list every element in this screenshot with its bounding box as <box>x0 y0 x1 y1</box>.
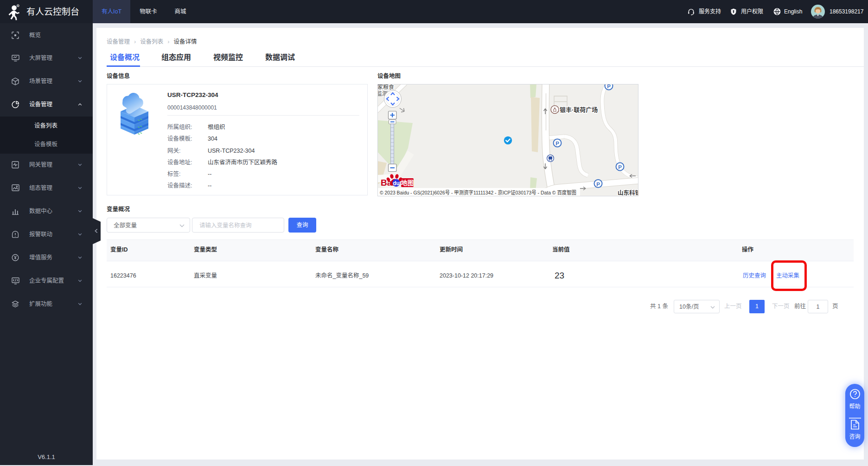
svg-text:R: R <box>17 5 19 7</box>
svg-text:P: P <box>555 141 559 146</box>
svg-text:© 2023 Baidu - GS(2021)6026号 -: © 2023 Baidu - GS(2021)6026号 - 甲测资字11111… <box>380 189 576 196</box>
svg-text:地图: 地图 <box>401 179 414 187</box>
svg-text:Bai: Bai <box>381 178 395 188</box>
svg-text:P: P <box>596 181 600 187</box>
svg-text:银丰·联荷广场: 银丰·联荷广场 <box>560 106 598 113</box>
svg-text:山东科银: 山东科银 <box>618 189 638 196</box>
svg-text:家粮食: 家粮食 <box>377 84 394 91</box>
svg-text:P: P <box>607 84 611 89</box>
svg-text:du: du <box>393 180 400 187</box>
svg-text:P: P <box>618 164 622 170</box>
